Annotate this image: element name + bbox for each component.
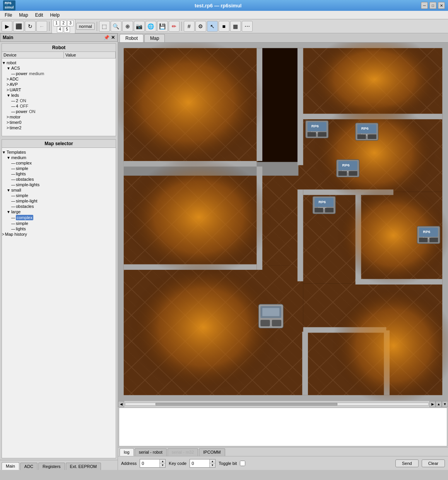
map-tree-row[interactable]: —simple: [2, 221, 116, 226]
scroll-left-button[interactable]: ◀: [118, 401, 124, 407]
robot-tree-row[interactable]: >timer2: [2, 125, 116, 130]
texture-tool[interactable]: ▦: [230, 21, 241, 32]
pointer-tool[interactable]: ↖: [207, 21, 218, 32]
map-tree-row[interactable]: —lights: [2, 226, 116, 231]
console-tab-ipcomm[interactable]: IPCOMM: [199, 448, 225, 456]
scroll-thumb[interactable]: [156, 403, 337, 405]
restore-button[interactable]: □: [429, 2, 436, 9]
menu-file[interactable]: File: [2, 12, 15, 19]
send-button[interactable]: Send: [395, 459, 419, 467]
robot-tree-row[interactable]: >timer0: [2, 120, 116, 125]
grid-tool[interactable]: #: [184, 21, 195, 32]
map-tree-row[interactable]: —simple: [2, 193, 116, 198]
tab-registers[interactable]: Registers: [38, 463, 65, 470]
robot-tree-row[interactable]: >UART: [2, 87, 116, 93]
tab-adc[interactable]: ADC: [20, 463, 38, 470]
address-spin-down[interactable]: ▼: [160, 463, 165, 467]
settings-tool[interactable]: ⚙: [195, 21, 206, 32]
tree-toggle[interactable]: ▼: [7, 66, 10, 70]
tree-toggle[interactable]: ▼: [7, 156, 10, 160]
tree-toggle[interactable]: —: [11, 199, 15, 203]
mode-num-2[interactable]: 2: [60, 20, 67, 26]
tree-toggle[interactable]: —: [11, 110, 15, 114]
reload-button[interactable]: ↻: [25, 21, 36, 32]
clear-button[interactable]: Clear: [422, 459, 445, 467]
back-button[interactable]: ←: [36, 21, 47, 32]
tree-toggle[interactable]: —: [11, 177, 15, 182]
play-button[interactable]: ▶: [2, 21, 12, 32]
robot-tree-row[interactable]: >AVP: [2, 82, 116, 87]
collapse-button[interactable]: ─: [421, 2, 428, 9]
panel-pin-icon[interactable]: 📌: [104, 35, 109, 40]
tree-toggle[interactable]: >: [2, 232, 4, 237]
robot-tree-row[interactable]: >motor: [2, 114, 116, 120]
stop-button[interactable]: ⬛: [13, 21, 24, 32]
tab-ext-eeprom[interactable]: Ext. EEPROM: [66, 463, 101, 470]
tree-toggle[interactable]: —: [11, 204, 15, 209]
tree-toggle[interactable]: —: [11, 227, 15, 231]
close-button[interactable]: ✕: [438, 2, 445, 9]
tree-toggle[interactable]: ▼: [7, 210, 10, 214]
tree-toggle[interactable]: ▼: [2, 150, 6, 154]
tab-robot[interactable]: Robot: [120, 34, 144, 42]
map-tree-row[interactable]: —obstacles: [2, 204, 116, 209]
menu-map[interactable]: Map: [16, 12, 31, 19]
keycode-spin-down[interactable]: ▼: [210, 463, 215, 467]
tree-toggle[interactable]: ▼: [7, 93, 10, 98]
robot-tree-row[interactable]: >ADC: [2, 76, 116, 82]
camera-tool[interactable]: 📷: [134, 21, 145, 32]
tree-toggle[interactable]: —: [11, 72, 15, 76]
keycode-spinbox[interactable]: ▲ ▼: [190, 459, 215, 468]
more-tool[interactable]: ⋯: [242, 21, 253, 32]
scroll-track[interactable]: [125, 403, 429, 406]
tab-map[interactable]: Map: [144, 34, 165, 42]
zoom-tool[interactable]: ⊕: [122, 21, 133, 32]
robot-tree-row[interactable]: —powerON: [2, 109, 116, 114]
fill-tool[interactable]: ■: [219, 21, 229, 32]
console-tab-log[interactable]: log: [120, 448, 134, 456]
tree-toggle[interactable]: >: [7, 82, 9, 87]
menu-help[interactable]: Help: [47, 12, 63, 19]
save-tool[interactable]: 💾: [157, 21, 168, 32]
tree-toggle[interactable]: —: [11, 221, 15, 226]
toggle-bit-checkbox[interactable]: [240, 461, 245, 466]
map-tree-row[interactable]: —lights: [2, 171, 116, 177]
tree-toggle[interactable]: —: [11, 161, 15, 165]
robot-tree-row[interactable]: —4OFF: [2, 103, 116, 109]
map-tree-row[interactable]: —simple-lights: [2, 182, 116, 187]
map-tree-row[interactable]: ▼Templates: [2, 149, 116, 155]
address-input[interactable]: [140, 459, 159, 467]
tree-toggle[interactable]: >: [7, 120, 9, 125]
menu-edit[interactable]: Edit: [32, 12, 46, 19]
address-spin-up[interactable]: ▲: [160, 459, 165, 464]
tree-toggle[interactable]: >: [7, 88, 9, 92]
tree-toggle[interactable]: —: [11, 172, 15, 176]
robot-tree-row[interactable]: ▼leds: [2, 93, 116, 98]
map-tree-row[interactable]: ▼large: [2, 209, 116, 214]
robot-tree-row[interactable]: ▼robot: [2, 60, 116, 65]
panel-close-icon[interactable]: ✕: [111, 35, 115, 40]
tree-toggle[interactable]: —: [11, 216, 15, 220]
erase-tool[interactable]: ✏: [169, 21, 180, 32]
map-tree-row[interactable]: ▼small: [2, 187, 116, 193]
mode-selector[interactable]: 1 2 3 4 5: [51, 19, 75, 34]
scroll-up-button[interactable]: ▲: [436, 401, 442, 407]
keycode-spin-up[interactable]: ▲: [210, 459, 215, 464]
panel-header-icons[interactable]: 📌 ✕: [104, 35, 115, 40]
map-tree-row[interactable]: —complex: [2, 160, 116, 166]
mode-num-5[interactable]: 5: [64, 26, 70, 33]
console-tab-serial-robot[interactable]: serial - robot: [135, 448, 167, 456]
mode-num-3[interactable]: 3: [67, 20, 74, 26]
map-tree-row[interactable]: —obstacles: [2, 177, 116, 182]
tree-toggle[interactable]: ▼: [2, 61, 6, 65]
mode-num-4[interactable]: 4: [57, 26, 63, 33]
map-tree-row[interactable]: —simple-light: [2, 198, 116, 204]
robot-tree-row[interactable]: ▼ACS: [2, 65, 116, 71]
tree-toggle[interactable]: —: [11, 194, 15, 198]
search-tool[interactable]: 🔍: [111, 21, 121, 32]
map-tree-row[interactable]: ▼medium: [2, 155, 116, 160]
tree-toggle[interactable]: >: [7, 115, 9, 119]
map-tree-row[interactable]: —complex: [2, 214, 116, 221]
robot-tree-row[interactable]: —2ON: [2, 98, 116, 103]
select-tool[interactable]: ⬚: [99, 21, 110, 32]
